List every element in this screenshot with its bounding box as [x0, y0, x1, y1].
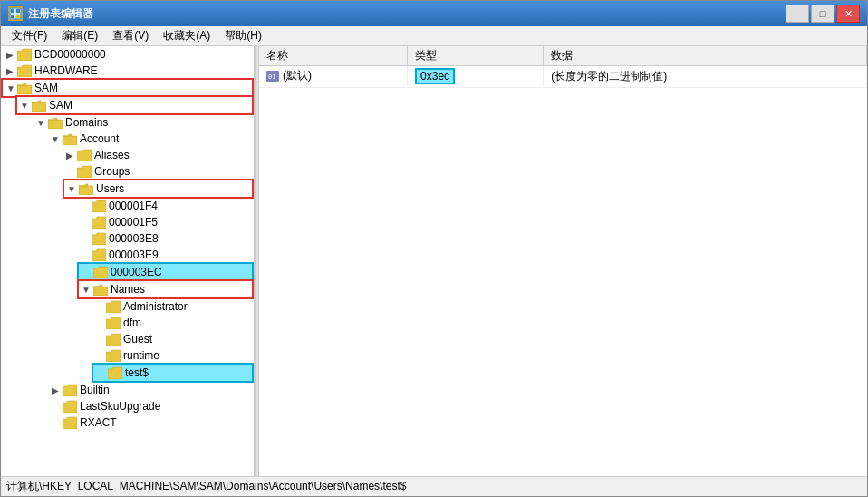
node-label-sam-sub: SAM — [49, 97, 72, 113]
tree-node-u1[interactable]: ▶ 000001F4 — [1, 198, 254, 214]
node-label-u1: 000001F4 — [109, 198, 158, 214]
svg-marker-21 — [92, 233, 106, 245]
node-label-u4: 000003E9 — [109, 247, 159, 263]
folder-icon-u2 — [92, 216, 106, 229]
svg-marker-26 — [106, 301, 121, 313]
expand-icon-domains[interactable]: ▼ — [34, 115, 48, 130]
svg-marker-24 — [93, 287, 108, 296]
right-panel: 名称 类型 数据 01 (默认) — [259, 46, 867, 476]
col-header-type: 类型 — [408, 46, 544, 66]
tree-node-u5[interactable]: ▶ 000003EC — [79, 264, 252, 280]
main-window: 注册表编辑器 — □ ✕ 文件(F) 编辑(E) 查看(V) 收藏夹(A) 帮助… — [0, 0, 868, 497]
folder-icon-users — [79, 182, 93, 195]
status-bar: 计算机\HKEY_LOCAL_MACHINE\SAM\SAM\Domains\A… — [1, 476, 867, 496]
svg-marker-27 — [106, 317, 121, 329]
tree-node-lastsku[interactable]: ▶ LastSkuUpgrade — [1, 398, 254, 414]
table-row[interactable]: 01 (默认) 0x3ec (长度为零的二进制制值) — [259, 66, 867, 88]
tree-node-u4[interactable]: ▶ 000003E9 — [1, 247, 254, 263]
tree-node-runtime[interactable]: ▶ runtime — [1, 347, 254, 364]
tree-node-domains[interactable]: ▼ Domains — [1, 114, 254, 131]
folder-icon-sam-sub — [32, 99, 46, 112]
tree-node-groups[interactable]: ▶ Groups — [1, 163, 254, 180]
expand-icon-hardware[interactable]: ▶ — [3, 63, 17, 78]
expand-icon-bcd[interactable]: ▶ — [3, 47, 17, 62]
menu-edit[interactable]: 编辑(E) — [54, 26, 105, 45]
svg-marker-10 — [32, 101, 41, 102]
folder-icon-u1 — [92, 200, 106, 212]
svg-marker-28 — [106, 334, 121, 346]
title-bar-controls: — □ ✕ — [786, 5, 860, 23]
folder-icon-guest — [106, 333, 121, 346]
tree-node-u2[interactable]: ▶ 000001F5 — [1, 214, 254, 230]
tree-node-account[interactable]: ▼ Account — [1, 131, 254, 147]
menu-file[interactable]: 文件(F) — [5, 26, 54, 45]
expand-icon-sam-sub[interactable]: ▼ — [17, 98, 32, 112]
node-label-tests: test$ — [125, 365, 149, 381]
svg-marker-5 — [17, 49, 32, 61]
folder-icon-rxact — [63, 416, 77, 429]
tree-node-users[interactable]: ▼ Users — [64, 180, 252, 197]
menu-view[interactable]: 查看(V) — [105, 26, 156, 45]
node-label-builtin: Builtin — [80, 382, 110, 398]
registry-table: 名称 类型 数据 01 (默认) — [259, 46, 867, 88]
menu-favorites[interactable]: 收藏夹(A) — [156, 26, 217, 45]
folder-icon-sam-root — [17, 82, 32, 94]
folder-icon-lastsku — [63, 400, 77, 413]
tree-node-builtin[interactable]: ▶ Builtin — [1, 382, 254, 398]
node-label-runtime: runtime — [123, 347, 159, 364]
expand-icon-aliases[interactable]: ▶ — [63, 148, 77, 162]
tree-node-tests[interactable]: ▶ test$ — [93, 365, 252, 381]
svg-marker-33 — [63, 417, 77, 429]
tree-node-dfm[interactable]: ▶ dfm — [1, 315, 254, 331]
node-label-sam-root: SAM — [34, 80, 58, 96]
svg-marker-12 — [48, 118, 57, 120]
node-label-groups: Groups — [94, 163, 130, 180]
svg-marker-11 — [48, 120, 63, 129]
node-label-guest: Guest — [123, 331, 152, 347]
tree-node-names[interactable]: ▼ Names — [79, 281, 252, 297]
svg-marker-9 — [32, 102, 46, 112]
folder-icon-u4 — [92, 248, 106, 261]
node-label-u2: 000001F5 — [109, 214, 158, 230]
folder-icon-hardware — [17, 64, 32, 77]
svg-marker-18 — [79, 184, 88, 186]
svg-rect-1 — [11, 9, 14, 13]
svg-marker-25 — [93, 285, 102, 287]
svg-marker-20 — [92, 217, 106, 229]
svg-marker-22 — [92, 249, 106, 261]
minimize-button[interactable]: — — [786, 5, 809, 23]
svg-marker-14 — [63, 134, 72, 136]
tree-node-bcd[interactable]: ▶ BCD00000000 — [1, 46, 254, 63]
tree-panel[interactable]: ▶ BCD00000000 ▶ HARDWARE ▼ — [1, 46, 255, 476]
tree-node-guest[interactable]: ▶ Guest — [1, 331, 254, 347]
folder-icon-u5 — [93, 266, 108, 278]
svg-rect-4 — [16, 15, 20, 18]
maximize-button[interactable]: □ — [811, 5, 834, 23]
svg-marker-30 — [108, 367, 122, 379]
tree-node-rxact[interactable]: ▶ RXACT — [1, 414, 254, 431]
app-icon — [8, 6, 23, 21]
folder-icon-dfm — [106, 317, 121, 329]
node-label-lastsku: LastSkuUpgrade — [80, 398, 160, 414]
expand-icon-names[interactable]: ▼ — [79, 282, 93, 297]
col-header-name: 名称 — [259, 46, 408, 66]
tree-node-sam-root[interactable]: ▼ SAM — [3, 80, 252, 96]
tree-node-admin[interactable]: ▶ Administrator — [1, 298, 254, 315]
tree-node-sam-sub[interactable]: ▼ SAM — [17, 97, 252, 113]
node-label-aliases: Aliases — [94, 147, 130, 163]
expand-icon-users[interactable]: ▼ — [64, 181, 79, 196]
node-label-domains: Domains — [65, 114, 108, 131]
menu-help[interactable]: 帮助(H) — [217, 26, 269, 45]
expand-icon-builtin[interactable]: ▶ — [48, 383, 63, 397]
node-label-u5: 000003EC — [111, 264, 162, 280]
tree-node-aliases[interactable]: ▶ Aliases — [1, 147, 254, 163]
expand-icon-sam-root[interactable]: ▼ — [3, 81, 17, 95]
tree-node-hardware[interactable]: ▶ HARDWARE — [1, 63, 254, 79]
svg-text:01: 01 — [268, 73, 275, 81]
expand-icon-account[interactable]: ▼ — [48, 132, 63, 146]
tree-node-u3[interactable]: ▶ 000003E8 — [1, 230, 254, 247]
folder-icon-aliases — [77, 149, 92, 161]
close-button[interactable]: ✕ — [836, 5, 860, 23]
folder-icon-tests — [108, 366, 122, 379]
type-badge: 0x3ec — [415, 68, 455, 84]
